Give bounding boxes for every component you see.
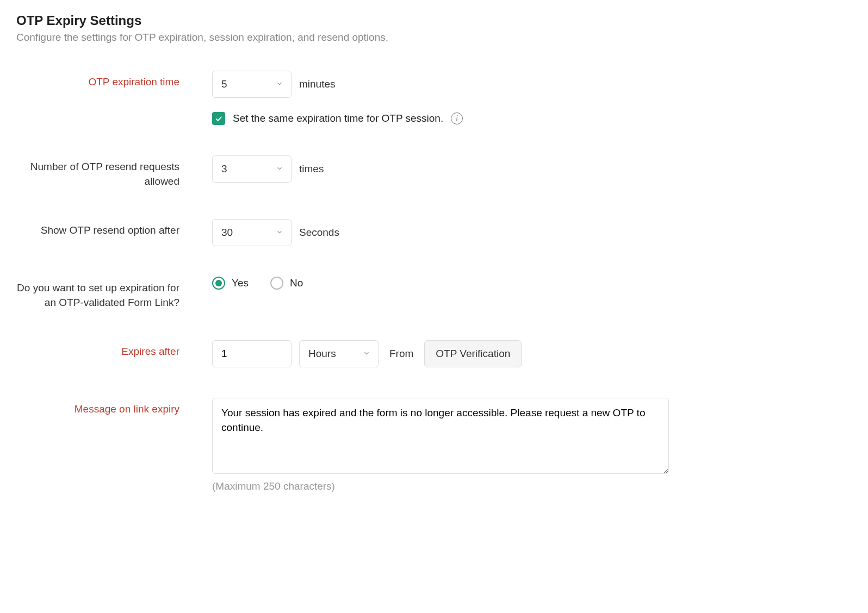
form-link-expiration-yes[interactable]: Yes <box>212 277 249 290</box>
resend-requests-unit: times <box>299 163 324 175</box>
resend-after-label: Show OTP resend option after <box>16 219 212 238</box>
from-label: From <box>389 348 413 360</box>
chevron-down-icon <box>276 227 283 239</box>
radio-icon <box>212 277 225 290</box>
chevron-down-icon <box>276 78 283 90</box>
chevron-down-icon <box>363 348 370 360</box>
expires-after-label: Expires after <box>16 340 212 359</box>
info-icon[interactable]: i <box>451 112 463 124</box>
otp-expiration-value: 5 <box>221 78 227 90</box>
expires-after-input[interactable] <box>212 340 292 367</box>
resend-requests-label: Number of OTP resend requests allowed <box>16 155 212 189</box>
radio-yes-label: Yes <box>232 277 249 289</box>
chevron-down-icon <box>276 163 283 175</box>
resend-requests-value: 3 <box>221 163 227 175</box>
radio-no-label: No <box>290 277 303 289</box>
form-link-expiration-label: Do you want to set up expiration for an … <box>16 277 212 310</box>
radio-icon <box>270 277 283 290</box>
page-subtitle: Configure the settings for OTP expiratio… <box>16 32 852 43</box>
resend-after-value: 30 <box>221 227 233 239</box>
expires-after-from-value: OTP Verification <box>424 340 522 367</box>
expiry-message-helper: (Maximum 250 characters) <box>212 480 852 492</box>
otp-expiration-select[interactable]: 5 <box>212 71 292 98</box>
expiry-message-textarea[interactable] <box>212 398 669 474</box>
otp-expiration-label: OTP expiration time <box>16 71 212 90</box>
expires-after-unit-select[interactable]: Hours <box>299 340 379 367</box>
resend-after-select[interactable]: 30 <box>212 219 292 246</box>
page-title: OTP Expiry Settings <box>16 13 852 28</box>
resend-after-unit: Seconds <box>299 227 339 239</box>
resend-requests-select[interactable]: 3 <box>212 155 292 183</box>
same-expiration-checkbox-label: Set the same expiration time for OTP ses… <box>233 112 443 124</box>
form-link-expiration-no[interactable]: No <box>270 277 303 290</box>
otp-expiration-unit: minutes <box>299 78 336 90</box>
expires-after-unit-value: Hours <box>308 348 336 360</box>
expiry-message-label: Message on link expiry <box>16 398 212 417</box>
same-expiration-checkbox[interactable] <box>212 112 225 125</box>
